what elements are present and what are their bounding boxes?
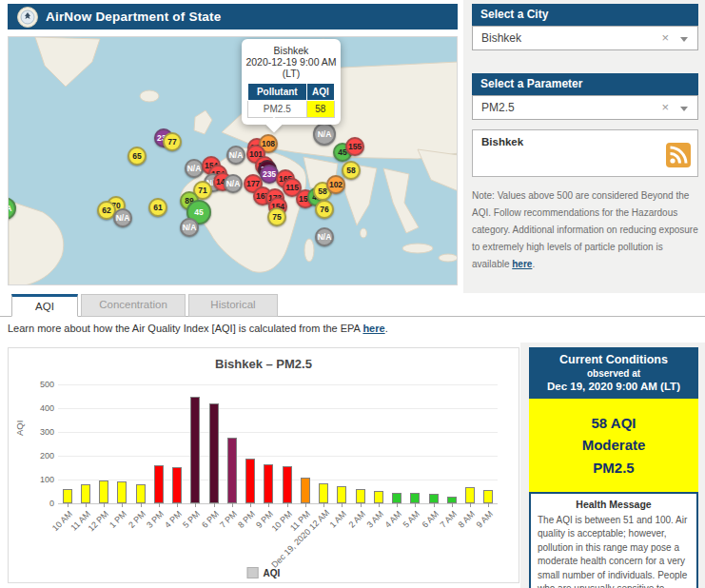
chart-bar[interactable] (392, 493, 401, 503)
chart-bar[interactable] (483, 490, 493, 504)
dos-seal-icon (17, 7, 38, 28)
legend-label: AQI (264, 568, 281, 578)
chart-legend[interactable]: AQI (247, 567, 281, 578)
aqi-marker[interactable]: 58 (342, 161, 361, 180)
aqi-marker[interactable]: 102 (326, 175, 345, 194)
y-axis-tick-label: 200 (22, 451, 54, 461)
sidebar: Select a City Bishkek × Select a Paramet… (472, 4, 698, 273)
health-message-box: Health Message The AQI is between 51 and… (529, 492, 698, 588)
select-parameter-header: Select a Parameter (472, 73, 698, 95)
conditions-aqi-category: Moderate (533, 434, 695, 456)
health-message-title: Health Message (538, 499, 690, 510)
conditions-datetime: Dec 19, 2020 9:00 AM (LT) (533, 381, 695, 392)
legend-swatch (247, 567, 259, 578)
aqi-marker[interactable]: 75 (267, 207, 286, 226)
current-conditions-panel: Current Conditions observed at Dec 19, 2… (529, 347, 698, 588)
chart-bar[interactable] (245, 459, 255, 503)
popup-pollutant-value: PM2.5 (248, 101, 307, 118)
x-axis-tick (122, 503, 123, 507)
chart-bar[interactable] (227, 438, 237, 503)
learn-more-prefix: Learn more about how the Air Quality Ind… (8, 323, 362, 334)
x-axis-tick (452, 503, 453, 507)
tab-historical[interactable]: Historical (188, 294, 278, 317)
app-header: AirNow Department of State (8, 4, 458, 29)
map[interactable]: 2377765N/A154154N/A143N/A718945N/A617062… (8, 36, 458, 285)
x-axis-tick (488, 503, 489, 507)
aqi-marker[interactable]: 76 (315, 200, 334, 219)
conditions-aqi-value: 58 AQI (533, 412, 695, 434)
aqi-marker[interactable]: N/A (224, 174, 243, 193)
gridline (58, 384, 498, 385)
x-axis-tick (415, 503, 416, 507)
popup-aqi-value: 58 (306, 101, 334, 118)
chart-bar[interactable] (99, 480, 108, 503)
y-axis-tick-label: 0 (22, 499, 54, 508)
tab-aqi[interactable]: AQI (11, 294, 78, 317)
aqi-marker[interactable]: 65 (127, 147, 147, 166)
chart-bar[interactable] (337, 486, 346, 503)
chart-bar[interactable] (136, 484, 146, 503)
chart-bar[interactable] (374, 491, 383, 503)
chart-bar[interactable] (117, 481, 127, 503)
gridline (58, 408, 498, 409)
aqi-marker[interactable]: N/A (185, 159, 204, 178)
conditions-observed-at: observed at (533, 368, 695, 379)
note-here-link[interactable]: here (512, 259, 532, 269)
popup-timezone: (LT) (245, 68, 337, 79)
y-axis-tick-label: 300 (22, 427, 54, 437)
note-suffix: . (532, 259, 535, 269)
x-axis-tick (342, 503, 343, 507)
popup-datetime: 2020-12-19 9:00 AM (245, 56, 337, 68)
aqi-marker[interactable]: 61 (148, 198, 167, 217)
tab-concentration[interactable]: Concentration (81, 294, 186, 317)
city-dropdown-value: Bishkek (481, 31, 521, 45)
parameter-dropdown[interactable]: PM2.5 × (472, 95, 698, 120)
parameter-caret-icon[interactable] (680, 107, 688, 111)
parameter-clear-icon[interactable]: × (661, 96, 669, 119)
popup-col-aqi: AQI (306, 84, 334, 101)
chart-bar[interactable] (190, 397, 200, 503)
chart-bar[interactable] (429, 494, 439, 503)
chart-bar[interactable] (283, 466, 292, 504)
chart-bar[interactable] (172, 467, 182, 503)
chart-bar[interactable] (264, 464, 273, 503)
y-axis-tick-label: 100 (22, 475, 54, 484)
x-axis-tick (250, 503, 251, 507)
x-axis-tick (177, 503, 178, 507)
city-dropdown[interactable]: Bishkek × (472, 26, 698, 50)
x-axis-tick (434, 503, 435, 507)
aqi-marker[interactable]: N/A (315, 227, 334, 246)
aqi-marker[interactable]: N/A (313, 123, 336, 146)
aqi-marker[interactable]: N/A (180, 218, 199, 237)
chart-bar[interactable] (465, 487, 475, 504)
x-axis-tick (195, 503, 196, 507)
aqi-marker[interactable]: 155 (345, 137, 364, 156)
chart-bar[interactable] (301, 478, 310, 504)
chart-bar[interactable] (81, 484, 90, 503)
city-caret-icon[interactable] (680, 37, 688, 42)
x-axis-tick (214, 503, 215, 507)
x-axis-tick (104, 503, 105, 507)
sidebar-note: Note: Values above 500 are considered Be… (472, 187, 698, 273)
aqi-marker[interactable]: 77 (163, 132, 182, 151)
chart-bar[interactable] (410, 493, 420, 503)
chart-bar[interactable] (447, 497, 457, 503)
aqi-marker[interactable]: N/A (113, 208, 132, 227)
conditions-aqi-parameter: PM2.5 (533, 457, 695, 479)
aqi-marker[interactable]: N/A (226, 146, 245, 165)
chart-bar[interactable] (63, 489, 72, 504)
health-message-text: The AQI is between 51 and 100. Air quali… (538, 514, 690, 588)
chart-bar[interactable] (154, 465, 164, 503)
chart-bar[interactable] (319, 483, 328, 503)
city-clear-icon[interactable]: × (661, 27, 669, 49)
learn-more-here-link[interactable]: here (362, 323, 384, 334)
gridline (58, 480, 498, 480)
gridline (58, 432, 498, 433)
x-axis-tick (397, 503, 398, 507)
learn-more-suffix: . (385, 323, 388, 334)
chart-bar[interactable] (356, 489, 365, 503)
x-axis-tick (323, 503, 324, 507)
chart-bar[interactable] (209, 403, 219, 503)
rss-icon[interactable] (666, 143, 691, 171)
x-axis-tick (470, 503, 471, 507)
